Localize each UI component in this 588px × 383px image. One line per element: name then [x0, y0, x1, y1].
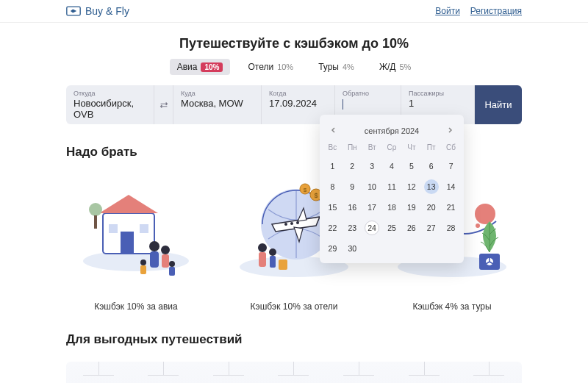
svg-rect-16 — [169, 267, 175, 276]
calendar-dow: Чт — [401, 143, 421, 153]
calendar-day[interactable]: 21 — [441, 200, 461, 215]
calendar-next[interactable] — [445, 124, 455, 137]
calendar-dow: Сб — [441, 143, 461, 153]
category-tabs: Авиа 10% Отели 10% Туры 4% Ж/Д 5% — [0, 59, 588, 75]
svg-point-22 — [284, 223, 287, 226]
svg-rect-4 — [121, 232, 134, 254]
calendar-day[interactable]: 8 — [323, 179, 343, 194]
to-field[interactable]: Куда Москва, MOW — [173, 85, 262, 124]
field-label: Обратно — [343, 90, 393, 97]
calendar-day[interactable]: 23 — [343, 221, 362, 235]
calendar-day[interactable]: 5 — [401, 159, 421, 173]
calendar-dow: Пн — [343, 143, 362, 153]
calendar-day[interactable]: 11 — [382, 179, 402, 194]
cashback-pct: 10% — [277, 62, 293, 71]
calendar-day[interactable]: 25 — [382, 221, 402, 235]
svg-point-13 — [140, 259, 146, 265]
svg-point-37 — [476, 223, 480, 228]
cashback-pct: 5% — [399, 62, 411, 71]
field-value — [343, 98, 393, 110]
calendar-day[interactable]: 28 — [441, 221, 461, 235]
svg-rect-30 — [259, 252, 266, 267]
calendar-day[interactable]: 26 — [401, 221, 421, 235]
field-label: Откуда — [74, 90, 146, 97]
calendar-popup: сентября 2024 ВсПнВтСрЧтПтСб123456789101… — [320, 115, 464, 263]
svg-point-31 — [269, 248, 276, 256]
calendar-day[interactable]: 14 — [441, 179, 461, 194]
calendar-day[interactable]: 10 — [362, 179, 382, 194]
svg-text:$: $ — [304, 187, 307, 193]
ticket-icon — [66, 6, 81, 16]
calendar-day[interactable]: 20 — [421, 200, 441, 215]
calendar-dow: Ср — [382, 143, 402, 153]
login-link[interactable]: Войти — [435, 6, 460, 16]
chevron-right-icon — [446, 126, 453, 134]
calendar-day[interactable]: 19 — [401, 200, 421, 215]
field-value: 17.09.2024 — [269, 98, 327, 109]
field-value: Москва, MOW — [181, 98, 254, 109]
calendar-day[interactable]: 18 — [382, 200, 402, 215]
calendar-grid: ВсПнВтСрЧтПтСб12345678910111213141516171… — [323, 143, 461, 256]
calendar-day[interactable]: 9 — [343, 179, 362, 194]
svg-point-29 — [258, 243, 267, 252]
svg-point-15 — [169, 261, 175, 267]
calendar-month: сентября 2024 — [365, 126, 419, 135]
field-value: Новосибирск, OVB — [74, 98, 146, 120]
svg-rect-14 — [140, 265, 146, 274]
auth-links: Войти Регистрация — [435, 6, 522, 16]
calendar-day[interactable]: 15 — [323, 200, 343, 215]
calendar-day[interactable]: 27 — [421, 221, 441, 235]
calendar-day[interactable]: 2 — [343, 159, 362, 173]
tab-label: Отели — [248, 62, 273, 72]
field-label: Куда — [181, 90, 254, 97]
svg-point-35 — [475, 204, 495, 224]
svg-rect-5 — [140, 224, 148, 233]
calendar-day[interactable]: 16 — [343, 200, 362, 215]
svg-point-11 — [161, 246, 170, 254]
calendar-dow: Вт — [362, 143, 382, 153]
svg-point-24 — [296, 221, 299, 224]
tab-tours[interactable]: Туры 4% — [311, 59, 362, 75]
calendar-day[interactable]: 24 — [365, 221, 379, 235]
svg-point-7 — [89, 203, 102, 216]
calendar-dow: Вс — [323, 143, 343, 153]
promo-image — [66, 167, 206, 296]
svg-rect-6 — [109, 224, 118, 233]
svg-rect-32 — [270, 256, 276, 268]
calendar-day[interactable]: 12 — [401, 179, 421, 194]
tab-hotels[interactable]: Отели 10% — [240, 59, 301, 75]
svg-rect-12 — [162, 254, 169, 268]
svg-rect-8 — [94, 215, 97, 229]
banner-decoration — [66, 362, 522, 381]
cashback-card-banner[interactable]: Карта с кэшбэком до 10% — [66, 362, 522, 383]
svg-rect-10 — [150, 251, 159, 268]
tab-label: Авиа — [177, 62, 198, 72]
deals-heading: Для выгодных путешествий — [66, 332, 522, 347]
calendar-day[interactable]: 17 — [362, 200, 382, 215]
tab-avia[interactable]: Авиа 10% — [170, 59, 231, 75]
logo[interactable]: Buy & Fly — [66, 5, 129, 17]
tab-rail[interactable]: Ж/Д 5% — [372, 59, 418, 75]
calendar-day[interactable]: 1 — [323, 159, 343, 173]
calendar-day[interactable]: 30 — [343, 241, 362, 256]
calendar-day[interactable]: 3 — [362, 159, 382, 173]
cashback-pct: 4% — [343, 62, 354, 71]
promo-caption: Кэшбэк 10% за отели — [224, 301, 364, 312]
calendar-day[interactable]: 13 — [424, 179, 439, 194]
tab-label: Ж/Д — [379, 62, 396, 72]
calendar-day[interactable]: 7 — [441, 159, 461, 173]
calendar-day[interactable]: 4 — [382, 159, 402, 173]
promo-card-avia[interactable]: Кэшбэк 10% за авиа — [66, 167, 206, 312]
swap-button[interactable] — [154, 85, 173, 124]
search-button[interactable]: Найти — [475, 85, 522, 124]
calendar-day[interactable]: 22 — [323, 221, 343, 235]
register-link[interactable]: Регистрация — [470, 6, 522, 16]
svg-rect-33 — [279, 259, 287, 270]
field-label: Когда — [269, 90, 327, 97]
field-label: Пассажиры — [409, 90, 467, 97]
calendar-prev[interactable] — [329, 124, 339, 137]
from-field[interactable]: Откуда Новосибирск, OVB — [66, 85, 154, 124]
calendar-day[interactable]: 29 — [323, 241, 343, 256]
calendar-day[interactable]: 6 — [421, 159, 441, 173]
calendar-dow: Пт — [421, 143, 441, 153]
